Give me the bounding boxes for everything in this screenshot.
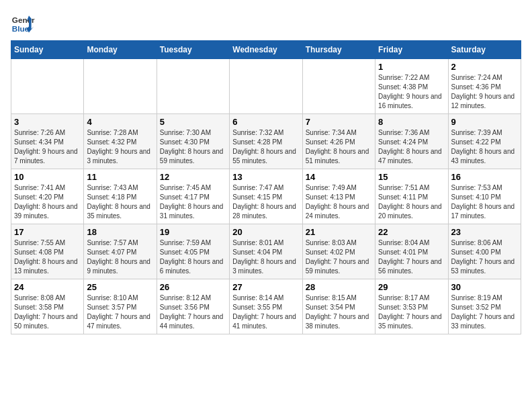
calendar-cell: 20Sunrise: 8:01 AM Sunset: 4:04 PM Dayli…	[230, 224, 302, 279]
calendar-cell: 3Sunrise: 7:26 AM Sunset: 4:34 PM Daylig…	[11, 114, 84, 169]
calendar-cell: 26Sunrise: 8:12 AM Sunset: 3:56 PM Dayli…	[157, 279, 229, 334]
day-number: 29	[378, 282, 445, 292]
calendar-cell: 17Sunrise: 7:55 AM Sunset: 4:08 PM Dayli…	[11, 224, 84, 279]
day-number: 2	[451, 62, 518, 72]
weekday-header-saturday: Saturday	[448, 41, 521, 59]
day-info: Sunrise: 8:10 AM Sunset: 3:57 PM Dayligh…	[87, 293, 153, 331]
calendar-cell: 25Sunrise: 8:10 AM Sunset: 3:57 PM Dayli…	[84, 279, 157, 334]
day-info: Sunrise: 7:47 AM Sunset: 4:15 PM Dayligh…	[232, 183, 299, 221]
day-info: Sunrise: 7:39 AM Sunset: 4:22 PM Dayligh…	[451, 128, 518, 166]
calendar-table: SundayMondayTuesdayWednesdayThursdayFrid…	[11, 40, 521, 334]
calendar-cell	[11, 59, 84, 114]
day-info: Sunrise: 7:22 AM Sunset: 4:38 PM Dayligh…	[378, 73, 445, 111]
day-info: Sunrise: 7:34 AM Sunset: 4:26 PM Dayligh…	[306, 128, 372, 166]
header: General Blue	[11, 11, 521, 35]
day-info: Sunrise: 8:08 AM Sunset: 3:58 PM Dayligh…	[14, 293, 81, 331]
calendar-cell: 7Sunrise: 7:34 AM Sunset: 4:26 PM Daylig…	[302, 114, 375, 169]
day-info: Sunrise: 7:55 AM Sunset: 4:08 PM Dayligh…	[14, 238, 81, 276]
calendar-week-4: 24Sunrise: 8:08 AM Sunset: 3:58 PM Dayli…	[11, 279, 521, 334]
day-info: Sunrise: 7:53 AM Sunset: 4:10 PM Dayligh…	[451, 183, 518, 221]
calendar-cell: 18Sunrise: 7:57 AM Sunset: 4:07 PM Dayli…	[84, 224, 157, 279]
day-number: 16	[451, 172, 518, 182]
day-info: Sunrise: 7:24 AM Sunset: 4:36 PM Dayligh…	[451, 73, 518, 111]
day-number: 10	[14, 172, 81, 182]
calendar-cell: 5Sunrise: 7:30 AM Sunset: 4:30 PM Daylig…	[157, 114, 229, 169]
day-info: Sunrise: 7:26 AM Sunset: 4:34 PM Dayligh…	[14, 128, 81, 166]
day-number: 9	[451, 117, 518, 127]
calendar-body: 1Sunrise: 7:22 AM Sunset: 4:38 PM Daylig…	[11, 59, 521, 334]
calendar-cell: 10Sunrise: 7:41 AM Sunset: 4:20 PM Dayli…	[11, 169, 84, 224]
calendar-cell: 15Sunrise: 7:51 AM Sunset: 4:11 PM Dayli…	[375, 169, 448, 224]
day-number: 7	[306, 117, 372, 127]
day-info: Sunrise: 8:15 AM Sunset: 3:54 PM Dayligh…	[306, 293, 372, 331]
calendar-cell: 11Sunrise: 7:43 AM Sunset: 4:18 PM Dayli…	[84, 169, 157, 224]
day-number: 15	[378, 172, 445, 182]
day-info: Sunrise: 8:04 AM Sunset: 4:01 PM Dayligh…	[378, 238, 445, 276]
svg-text:General: General	[12, 15, 35, 24]
calendar-cell: 30Sunrise: 8:19 AM Sunset: 3:52 PM Dayli…	[448, 279, 521, 334]
logo-icon: General Blue	[11, 11, 35, 35]
day-info: Sunrise: 7:36 AM Sunset: 4:24 PM Dayligh…	[378, 128, 445, 166]
day-number: 19	[160, 227, 226, 237]
weekday-header-wednesday: Wednesday	[230, 41, 302, 59]
day-number: 28	[306, 282, 372, 292]
weekday-header-friday: Friday	[375, 41, 448, 59]
calendar-cell: 2Sunrise: 7:24 AM Sunset: 4:36 PM Daylig…	[448, 59, 521, 114]
calendar-cell	[157, 59, 229, 114]
day-number: 1	[378, 62, 445, 72]
weekday-header-thursday: Thursday	[302, 41, 375, 59]
day-number: 8	[378, 117, 445, 127]
day-number: 17	[14, 227, 81, 237]
calendar-cell: 12Sunrise: 7:45 AM Sunset: 4:17 PM Dayli…	[157, 169, 229, 224]
calendar-header: SundayMondayTuesdayWednesdayThursdayFrid…	[11, 41, 521, 59]
calendar-week-1: 3Sunrise: 7:26 AM Sunset: 4:34 PM Daylig…	[11, 114, 521, 169]
day-info: Sunrise: 7:28 AM Sunset: 4:32 PM Dayligh…	[87, 128, 153, 166]
day-number: 12	[160, 172, 226, 182]
weekday-header-tuesday: Tuesday	[157, 41, 229, 59]
day-number: 21	[306, 227, 372, 237]
calendar-cell: 21Sunrise: 8:03 AM Sunset: 4:02 PM Dayli…	[302, 224, 375, 279]
day-number: 11	[87, 172, 153, 182]
calendar-week-2: 10Sunrise: 7:41 AM Sunset: 4:20 PM Dayli…	[11, 169, 521, 224]
calendar-cell: 8Sunrise: 7:36 AM Sunset: 4:24 PM Daylig…	[375, 114, 448, 169]
day-info: Sunrise: 7:49 AM Sunset: 4:13 PM Dayligh…	[306, 183, 372, 221]
calendar-cell: 1Sunrise: 7:22 AM Sunset: 4:38 PM Daylig…	[375, 59, 448, 114]
day-number: 5	[160, 117, 226, 127]
day-info: Sunrise: 8:12 AM Sunset: 3:56 PM Dayligh…	[160, 293, 226, 331]
day-info: Sunrise: 7:59 AM Sunset: 4:05 PM Dayligh…	[160, 238, 226, 276]
day-info: Sunrise: 8:03 AM Sunset: 4:02 PM Dayligh…	[306, 238, 372, 276]
calendar-cell: 28Sunrise: 8:15 AM Sunset: 3:54 PM Dayli…	[302, 279, 375, 334]
weekday-header-monday: Monday	[84, 41, 157, 59]
day-info: Sunrise: 7:43 AM Sunset: 4:18 PM Dayligh…	[87, 183, 153, 221]
day-info: Sunrise: 8:01 AM Sunset: 4:04 PM Dayligh…	[232, 238, 299, 276]
day-number: 4	[87, 117, 153, 127]
day-info: Sunrise: 8:19 AM Sunset: 3:52 PM Dayligh…	[451, 293, 518, 331]
calendar-cell: 14Sunrise: 7:49 AM Sunset: 4:13 PM Dayli…	[302, 169, 375, 224]
day-number: 24	[14, 282, 81, 292]
day-number: 20	[232, 227, 299, 237]
weekday-header-row: SundayMondayTuesdayWednesdayThursdayFrid…	[11, 41, 521, 59]
day-info: Sunrise: 7:41 AM Sunset: 4:20 PM Dayligh…	[14, 183, 81, 221]
day-number: 6	[232, 117, 299, 127]
day-info: Sunrise: 7:32 AM Sunset: 4:28 PM Dayligh…	[232, 128, 299, 166]
calendar-cell: 6Sunrise: 7:32 AM Sunset: 4:28 PM Daylig…	[230, 114, 302, 169]
calendar-cell	[84, 59, 157, 114]
calendar-cell: 29Sunrise: 8:17 AM Sunset: 3:53 PM Dayli…	[375, 279, 448, 334]
day-number: 26	[160, 282, 226, 292]
day-info: Sunrise: 7:51 AM Sunset: 4:11 PM Dayligh…	[378, 183, 445, 221]
day-info: Sunrise: 8:14 AM Sunset: 3:55 PM Dayligh…	[232, 293, 299, 331]
day-info: Sunrise: 7:30 AM Sunset: 4:30 PM Dayligh…	[160, 128, 226, 166]
day-number: 14	[306, 172, 372, 182]
day-number: 25	[87, 282, 153, 292]
svg-text:Blue: Blue	[12, 24, 30, 33]
calendar-cell: 9Sunrise: 7:39 AM Sunset: 4:22 PM Daylig…	[448, 114, 521, 169]
calendar-cell: 4Sunrise: 7:28 AM Sunset: 4:32 PM Daylig…	[84, 114, 157, 169]
day-number: 18	[87, 227, 153, 237]
calendar-cell	[230, 59, 302, 114]
day-info: Sunrise: 7:57 AM Sunset: 4:07 PM Dayligh…	[87, 238, 153, 276]
calendar-week-3: 17Sunrise: 7:55 AM Sunset: 4:08 PM Dayli…	[11, 224, 521, 279]
day-number: 27	[232, 282, 299, 292]
calendar-cell: 27Sunrise: 8:14 AM Sunset: 3:55 PM Dayli…	[230, 279, 302, 334]
calendar-cell: 16Sunrise: 7:53 AM Sunset: 4:10 PM Dayli…	[448, 169, 521, 224]
calendar-cell: 23Sunrise: 8:06 AM Sunset: 4:00 PM Dayli…	[448, 224, 521, 279]
